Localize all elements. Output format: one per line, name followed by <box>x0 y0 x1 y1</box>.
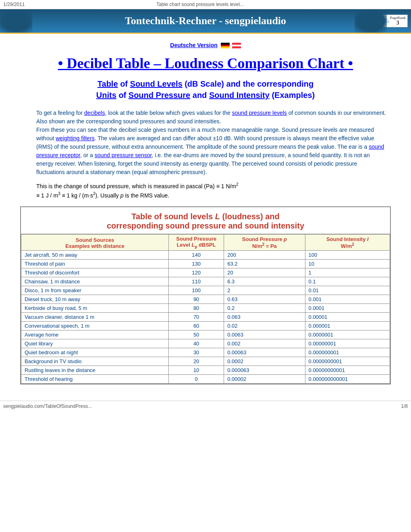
table-row: Diesel truck, 10 m away900.630.001 <box>21 295 390 303</box>
cell-intensity: 0.00001 <box>305 312 390 321</box>
table-header: Table of sound levels L (loudness) and c… <box>21 207 390 234</box>
cell-intensity: 0.0000000001 <box>305 357 390 366</box>
banner-title: Tontechnik-Rechner - sengpielaudio <box>125 15 286 27</box>
google-g: G <box>385 18 389 24</box>
weighting-filters-link[interactable]: weighting filters <box>56 135 95 141</box>
decibels-link[interactable]: decibels <box>84 110 105 116</box>
table-row: Threshold of pain13063.210 <box>21 259 390 268</box>
cell-level: 20 <box>169 357 224 366</box>
cell-intensity: 0.000000001 <box>305 348 390 357</box>
cell-pressure: 200 <box>224 250 305 259</box>
cell-pressure: 0.0063 <box>224 330 305 339</box>
cell-intensity: 0.000000000001 <box>305 374 390 383</box>
cell-intensity: 10 <box>305 259 390 268</box>
cell-level: 40 <box>169 339 224 348</box>
cell-source: Quiet bedroom at night <box>21 348 169 357</box>
subtitle: Table of Sound Levels (dB Scale) and the… <box>16 78 395 101</box>
table-row: Average home500.00630.0000001 <box>21 330 390 339</box>
cell-pressure: 0.000063 <box>224 366 305 374</box>
cell-level: 120 <box>169 268 224 277</box>
table-row: Background in TV studio200.00020.0000000… <box>21 357 390 366</box>
deutsche-version-section: Deutsche Version <box>16 42 395 48</box>
cell-pressure: 0.00002 <box>224 374 305 383</box>
cell-source: Kerbside of busy road, 5 m <box>21 303 169 312</box>
cell-source: Threshold of hearing <box>21 374 169 383</box>
cell-source: Rustling leaves in the distance <box>21 366 169 374</box>
sound-pressure-receptor-link[interactable]: sound pressure receptor <box>36 143 384 158</box>
footer-url: sengpielaudio.com/TableOfSoundPress... <box>3 403 92 409</box>
math-text: This is the change of sound pressure, wh… <box>36 181 387 200</box>
cell-intensity: 0.00000000001 <box>305 366 390 374</box>
main-title: • Decibel Table – Loudness Comparison Ch… <box>16 55 395 72</box>
cell-level: 130 <box>169 259 224 268</box>
table-row: Kerbside of busy road, 5 m800.20.0001 <box>21 303 390 312</box>
subtitle-soundpressure-link[interactable]: Sound Pressure <box>129 91 190 100</box>
cell-source: Chainsaw, 1 m distance <box>21 277 169 286</box>
page-footer: sengpielaudio.com/TableOfSoundPress... 1… <box>0 401 411 411</box>
table-row: Quiet library400.0020.00000001 <box>21 339 390 348</box>
table-row: Jet aircraft, 50 m away140200100 <box>21 250 390 259</box>
col-header-pressure: Sound Pressure pN/m2 = Pa <box>224 235 305 251</box>
cell-source: Vacuum cleaner, distance 1 m <box>21 312 169 321</box>
sound-pressure-levels-link[interactable]: sound pressure levels <box>232 110 287 116</box>
col-header-intensity: Sound Intensity IW/m2 <box>305 235 390 251</box>
col-header-source: Sound SourcesExamples with distance <box>21 235 169 251</box>
cell-source: Disco, 1 m from speaker <box>21 286 169 295</box>
table-row: Quiet bedroom at night300.000630.0000000… <box>21 348 390 357</box>
cell-level: 60 <box>169 321 224 330</box>
german-flag-icon <box>221 43 230 48</box>
body-paragraph-1: To get a feeling for decibels, look at t… <box>36 109 387 177</box>
pagerank-label: PageRank <box>390 16 406 20</box>
subtitle-table-link[interactable]: Table <box>98 79 118 88</box>
subtitle-soundintensity-link[interactable]: Sound Intensity <box>209 91 270 100</box>
table-row: Disco, 1 m from speaker10020.01 <box>21 286 390 295</box>
pagerank-box: G PageRank 3 <box>383 15 408 27</box>
cell-source: Average home <box>21 330 169 339</box>
col-header-level: Sound PressureLevel Lp dBSPL <box>169 235 224 251</box>
cell-source: Threshold of pain <box>21 259 169 268</box>
cell-intensity: 0.0000001 <box>305 330 390 339</box>
cell-pressure: 63.2 <box>224 259 305 268</box>
page-title-bar: Table chart sound pressure levels level.… <box>25 2 376 7</box>
cell-intensity: 100 <box>305 250 390 259</box>
cell-intensity: 1 <box>305 268 390 277</box>
cell-source: Threshold of discomfort <box>21 268 169 277</box>
date-label: 1/29/2011 <box>3 2 25 7</box>
table-row: Rustling leaves in the distance100.00006… <box>21 366 390 374</box>
sound-levels-table: Sound SourcesExamples with distance Soun… <box>21 234 390 384</box>
site-banner: Tontechnik-Rechner - sengpielaudio G Pag… <box>0 9 411 34</box>
top-bar: 1/29/2011 Table chart sound pressure lev… <box>0 0 411 9</box>
cell-intensity: 0.0001 <box>305 303 390 312</box>
cell-source: Diesel truck, 10 m away <box>21 295 169 303</box>
cell-source: Jet aircraft, 50 m away <box>21 250 169 259</box>
cell-pressure: 20 <box>224 268 305 277</box>
cell-level: 70 <box>169 312 224 321</box>
table-row: Threshold of discomfort120201 <box>21 268 390 277</box>
cell-pressure: 0.2 <box>224 303 305 312</box>
table-row: Conversational speech, 1 m600.020.000001 <box>21 321 390 330</box>
cell-intensity: 0.001 <box>305 295 390 303</box>
cell-level: 0 <box>169 374 224 383</box>
main-title-link[interactable]: • Decibel Table – Loudness Comparison Ch… <box>58 55 353 71</box>
footer-page-number: 1/8 <box>401 403 408 409</box>
deutsche-version-link[interactable]: Deutsche Version <box>170 42 218 48</box>
subtitle-soundlevels-link[interactable]: Sound Levels <box>130 79 183 88</box>
cell-level: 80 <box>169 303 224 312</box>
subtitle-units-link[interactable]: Units <box>96 91 116 100</box>
cell-pressure: 0.63 <box>224 295 305 303</box>
cell-pressure: 0.0002 <box>224 357 305 366</box>
cell-level: 110 <box>169 277 224 286</box>
cell-pressure: 2 <box>224 286 305 295</box>
cell-level: 10 <box>169 366 224 374</box>
cell-pressure: 6.3 <box>224 277 305 286</box>
cell-level: 140 <box>169 250 224 259</box>
cell-source: Quiet library <box>21 339 169 348</box>
cell-pressure: 0.002 <box>224 339 305 348</box>
cell-level: 30 <box>169 348 224 357</box>
sound-pressure-sensor-link[interactable]: sound pressure sensor <box>95 152 152 158</box>
cell-source: Background in TV studio <box>21 357 169 366</box>
cell-pressure: 0.02 <box>224 321 305 330</box>
sound-levels-table-wrapper: Table of sound levels L (loudness) and c… <box>20 206 391 384</box>
table-row: Threshold of hearing00.000020.0000000000… <box>21 374 390 383</box>
cell-intensity: 0.1 <box>305 277 390 286</box>
